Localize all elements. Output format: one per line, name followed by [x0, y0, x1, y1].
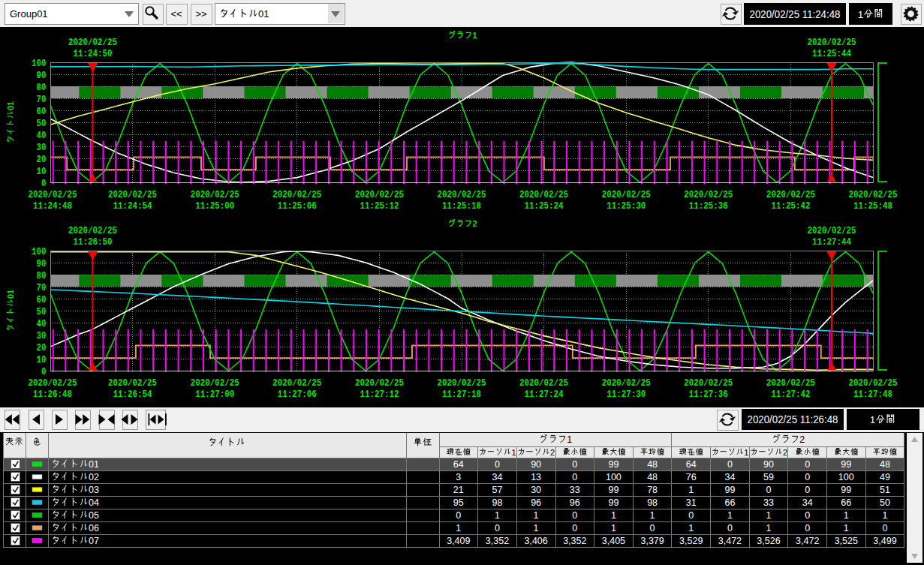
svg-text:1: 1 — [567, 434, 572, 445]
svg-text:0: 0 — [805, 510, 810, 521]
svg-text:2020/02/25: 2020/02/25 — [684, 377, 733, 389]
svg-text:04: 04 — [89, 497, 99, 508]
svg-text:90: 90 — [37, 70, 47, 81]
svg-text:06: 06 — [89, 523, 99, 533]
svg-text:2020/02/25: 2020/02/25 — [29, 377, 77, 389]
svg-text:3,526: 3,526 — [757, 536, 780, 546]
svg-text:50: 50 — [880, 497, 890, 508]
svg-text:>>: >> — [195, 8, 206, 20]
svg-text:2020/02/25: 2020/02/25 — [602, 189, 651, 200]
svg-text:11:25:12: 11:25:12 — [360, 200, 399, 212]
svg-text:11:27:12: 11:27:12 — [360, 389, 399, 400]
svg-text:2020/02/25: 2020/02/25 — [191, 189, 239, 200]
svg-text:3,499: 3,499 — [873, 536, 896, 546]
svg-text:2020/02/25: 2020/02/25 — [684, 189, 733, 200]
svg-text:2020/02/25: 2020/02/25 — [108, 377, 157, 389]
svg-text:30: 30 — [37, 142, 47, 153]
svg-text:2020/02/25: 2020/02/25 — [519, 377, 568, 389]
svg-text:10: 10 — [37, 166, 47, 177]
svg-text:1: 1 — [534, 523, 539, 533]
svg-text:20: 20 — [37, 154, 47, 165]
svg-text:2020/02/25: 2020/02/25 — [438, 377, 486, 389]
svg-text:2020/02/25: 2020/02/25 — [272, 189, 321, 200]
svg-text:3: 3 — [456, 472, 461, 482]
svg-text:98: 98 — [492, 497, 503, 508]
svg-text:20: 20 — [37, 342, 47, 353]
svg-text:100: 100 — [606, 472, 622, 482]
svg-text:1: 1 — [472, 31, 477, 40]
svg-text:2: 2 — [550, 448, 555, 457]
svg-text:90: 90 — [763, 459, 774, 470]
svg-text:59: 59 — [763, 472, 774, 482]
svg-text:2020/02/25: 2020/02/25 — [849, 189, 898, 200]
svg-text:2020/02/25 11:24:48: 2020/02/25 11:24:48 — [750, 8, 841, 20]
svg-text:2020/02/25 11:26:48: 2020/02/25 11:26:48 — [748, 413, 838, 425]
svg-text:1: 1 — [844, 510, 849, 521]
svg-text:96: 96 — [570, 497, 580, 508]
svg-text:13: 13 — [531, 472, 541, 482]
svg-text:1: 1 — [495, 510, 500, 521]
svg-text:3,472: 3,472 — [796, 536, 819, 546]
svg-text:11:25:44: 11:25:44 — [812, 48, 851, 59]
svg-text:11:26:48: 11:26:48 — [33, 389, 72, 400]
svg-text:11:25:48: 11:25:48 — [853, 200, 892, 212]
svg-text:0: 0 — [805, 472, 810, 482]
svg-text:51: 51 — [880, 485, 890, 495]
svg-text:34: 34 — [802, 497, 813, 508]
svg-text:0: 0 — [727, 459, 733, 470]
svg-text:40: 40 — [37, 318, 47, 329]
svg-text:80: 80 — [37, 82, 47, 93]
svg-text:48: 48 — [647, 459, 658, 470]
svg-text:0: 0 — [766, 485, 772, 495]
svg-text:50: 50 — [37, 306, 47, 317]
svg-text:11:26:50: 11:26:50 — [74, 236, 113, 248]
svg-text:3,472: 3,472 — [718, 536, 742, 546]
svg-text:0: 0 — [572, 472, 577, 482]
svg-text:48: 48 — [647, 472, 658, 482]
svg-text:11:27:36: 11:27:36 — [689, 389, 728, 400]
svg-text:<<: << — [170, 8, 182, 20]
svg-text:2: 2 — [799, 434, 805, 445]
svg-text:31: 31 — [686, 497, 697, 508]
svg-text:0: 0 — [883, 523, 888, 533]
svg-text:33: 33 — [570, 485, 580, 495]
svg-text:11:25:06: 11:25:06 — [278, 200, 317, 212]
svg-text:1: 1 — [650, 510, 655, 521]
svg-text:11:24:50: 11:24:50 — [74, 48, 113, 59]
svg-text:50: 50 — [37, 118, 47, 129]
svg-text:48: 48 — [880, 459, 890, 470]
svg-text:99: 99 — [724, 485, 735, 495]
svg-text:01: 01 — [89, 459, 99, 470]
svg-text:0: 0 — [572, 523, 577, 533]
svg-text:2020/02/25: 2020/02/25 — [29, 189, 77, 200]
svg-text:11:24:48: 11:24:48 — [33, 200, 72, 212]
svg-text:30: 30 — [531, 485, 541, 495]
svg-text:2020/02/25: 2020/02/25 — [766, 377, 815, 389]
svg-text:1: 1 — [611, 523, 616, 533]
svg-text:34: 34 — [724, 472, 735, 482]
svg-text:3,406: 3,406 — [524, 536, 547, 546]
svg-text:11:25:18: 11:25:18 — [442, 200, 481, 212]
svg-text:10: 10 — [37, 354, 47, 365]
svg-text:2020/02/25: 2020/02/25 — [519, 189, 568, 200]
svg-text:0: 0 — [805, 523, 810, 533]
svg-text:21: 21 — [453, 485, 464, 495]
svg-text:11:26:54: 11:26:54 — [113, 389, 152, 400]
svg-text:70: 70 — [37, 282, 47, 293]
svg-text:49: 49 — [880, 472, 890, 482]
svg-text:100: 100 — [32, 246, 47, 257]
svg-text:0: 0 — [495, 523, 500, 533]
svg-text:11:27:24: 11:27:24 — [525, 389, 564, 400]
svg-text:0: 0 — [805, 459, 810, 470]
svg-text:100: 100 — [32, 58, 47, 69]
svg-text:3,409: 3,409 — [447, 536, 470, 546]
svg-text:66: 66 — [841, 497, 851, 508]
svg-text:64: 64 — [453, 459, 464, 470]
svg-text:2020/02/25: 2020/02/25 — [68, 225, 117, 236]
svg-text:07: 07 — [89, 536, 99, 546]
svg-text:1: 1 — [611, 510, 616, 521]
svg-text:11:27:42: 11:27:42 — [771, 389, 810, 400]
svg-text:0: 0 — [572, 510, 577, 521]
svg-text:40: 40 — [37, 130, 47, 141]
svg-text:99: 99 — [841, 459, 851, 470]
